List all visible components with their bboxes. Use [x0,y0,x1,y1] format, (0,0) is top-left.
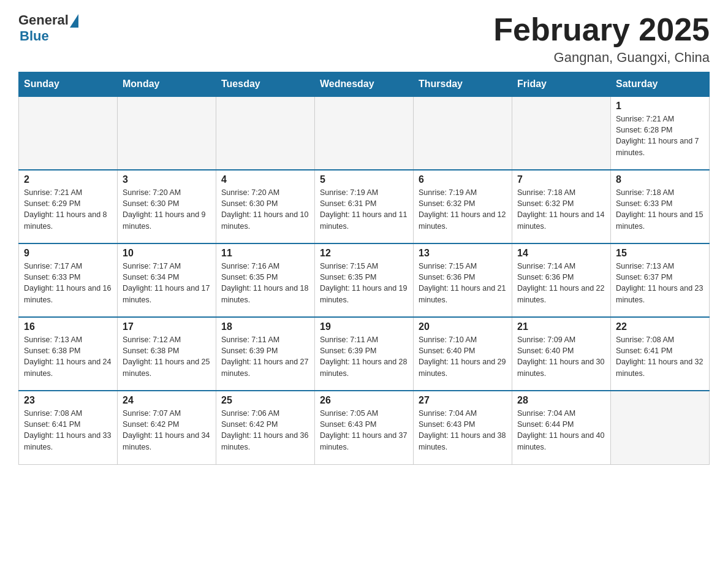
day-info: Sunrise: 7:12 AMSunset: 6:38 PMDaylight:… [123,334,211,379]
day-info: Sunrise: 7:11 AMSunset: 6:39 PMDaylight:… [221,334,309,379]
calendar-cell: 28Sunrise: 7:04 AMSunset: 6:44 PMDayligh… [512,391,611,464]
day-info: Sunrise: 7:06 AMSunset: 6:42 PMDaylight:… [221,408,309,453]
day-info: Sunrise: 7:13 AMSunset: 6:37 PMDaylight:… [616,261,704,305]
day-info: Sunrise: 7:15 AMSunset: 6:36 PMDaylight:… [419,261,507,305]
logo-general-text: General [18,12,69,28]
day-number: 16 [24,321,112,332]
day-number: 7 [517,174,605,185]
weekday-header-friday: Friday [512,72,611,97]
day-info: Sunrise: 7:13 AMSunset: 6:38 PMDaylight:… [24,334,112,379]
weekday-header-wednesday: Wednesday [315,72,414,97]
day-number: 13 [419,248,507,259]
calendar-cell: 21Sunrise: 7:09 AMSunset: 6:40 PMDayligh… [512,317,611,391]
day-number: 11 [221,248,309,259]
day-info: Sunrise: 7:04 AMSunset: 6:43 PMDaylight:… [419,408,507,453]
day-number: 24 [123,395,211,406]
calendar-cell: 20Sunrise: 7:10 AMSunset: 6:40 PMDayligh… [414,317,512,391]
logo: General Blue [18,12,78,44]
day-info: Sunrise: 7:04 AMSunset: 6:44 PMDaylight:… [517,408,605,453]
location-title: Gangnan, Guangxi, China [493,50,710,66]
calendar-week-2: 2Sunrise: 7:21 AMSunset: 6:29 PMDaylight… [19,170,710,243]
day-info: Sunrise: 7:05 AMSunset: 6:43 PMDaylight:… [320,408,408,453]
calendar-cell: 2Sunrise: 7:21 AMSunset: 6:29 PMDaylight… [19,170,118,243]
day-info: Sunrise: 7:20 AMSunset: 6:30 PMDaylight:… [123,187,211,232]
day-info: Sunrise: 7:21 AMSunset: 6:29 PMDaylight:… [24,187,112,232]
calendar-cell: 3Sunrise: 7:20 AMSunset: 6:30 PMDaylight… [118,170,216,243]
day-info: Sunrise: 7:16 AMSunset: 6:35 PMDaylight:… [221,261,309,305]
day-number: 5 [320,174,408,185]
day-info: Sunrise: 7:11 AMSunset: 6:39 PMDaylight:… [320,334,408,379]
calendar-cell: 26Sunrise: 7:05 AMSunset: 6:43 PMDayligh… [315,391,414,464]
calendar-week-5: 23Sunrise: 7:08 AMSunset: 6:41 PMDayligh… [19,391,710,464]
month-title: February 2025 [493,12,710,47]
day-number: 9 [24,248,112,259]
calendar-week-1: 1Sunrise: 7:21 AMSunset: 6:28 PMDaylight… [19,96,710,170]
calendar-header-row: SundayMondayTuesdayWednesdayThursdayFrid… [19,72,710,97]
day-number: 1 [616,101,704,112]
calendar-week-3: 9Sunrise: 7:17 AMSunset: 6:33 PMDaylight… [19,243,710,317]
day-number: 22 [616,321,704,332]
calendar-cell: 14Sunrise: 7:14 AMSunset: 6:36 PMDayligh… [512,243,611,317]
day-info: Sunrise: 7:20 AMSunset: 6:30 PMDaylight:… [221,187,309,232]
day-number: 6 [419,174,507,185]
day-info: Sunrise: 7:08 AMSunset: 6:41 PMDaylight:… [616,334,704,379]
calendar-cell: 19Sunrise: 7:11 AMSunset: 6:39 PMDayligh… [315,317,414,391]
day-number: 8 [616,174,704,185]
day-number: 21 [517,321,605,332]
calendar-cell: 7Sunrise: 7:18 AMSunset: 6:32 PMDaylight… [512,170,611,243]
calendar-cell [19,96,118,170]
calendar-cell: 9Sunrise: 7:17 AMSunset: 6:33 PMDaylight… [19,243,118,317]
day-number: 15 [616,248,704,259]
day-info: Sunrise: 7:09 AMSunset: 6:40 PMDaylight:… [517,334,605,379]
calendar-cell: 15Sunrise: 7:13 AMSunset: 6:37 PMDayligh… [611,243,710,317]
day-number: 4 [221,174,309,185]
calendar-cell: 4Sunrise: 7:20 AMSunset: 6:30 PMDaylight… [216,170,315,243]
day-number: 25 [221,395,309,406]
day-info: Sunrise: 7:18 AMSunset: 6:32 PMDaylight:… [517,187,605,232]
calendar-cell: 17Sunrise: 7:12 AMSunset: 6:38 PMDayligh… [118,317,216,391]
calendar-cell [118,96,216,170]
day-info: Sunrise: 7:17 AMSunset: 6:34 PMDaylight:… [123,261,211,305]
calendar-cell: 27Sunrise: 7:04 AMSunset: 6:43 PMDayligh… [414,391,512,464]
day-number: 10 [123,248,211,259]
calendar-cell: 12Sunrise: 7:15 AMSunset: 6:35 PMDayligh… [315,243,414,317]
calendar-cell: 16Sunrise: 7:13 AMSunset: 6:38 PMDayligh… [19,317,118,391]
day-info: Sunrise: 7:17 AMSunset: 6:33 PMDaylight:… [24,261,112,305]
calendar-cell: 10Sunrise: 7:17 AMSunset: 6:34 PMDayligh… [118,243,216,317]
day-info: Sunrise: 7:19 AMSunset: 6:32 PMDaylight:… [419,187,507,232]
day-number: 3 [123,174,211,185]
day-number: 27 [419,395,507,406]
calendar-cell: 22Sunrise: 7:08 AMSunset: 6:41 PMDayligh… [611,317,710,391]
title-block: February 2025 Gangnan, Guangxi, China [493,12,710,66]
calendar-cell: 24Sunrise: 7:07 AMSunset: 6:42 PMDayligh… [118,391,216,464]
logo-triangle-icon [70,14,78,28]
day-number: 20 [419,321,507,332]
weekday-header-thursday: Thursday [414,72,512,97]
weekday-header-sunday: Sunday [19,72,118,97]
calendar-table: SundayMondayTuesdayWednesdayThursdayFrid… [18,72,710,465]
calendar-cell: 25Sunrise: 7:06 AMSunset: 6:42 PMDayligh… [216,391,315,464]
day-number: 17 [123,321,211,332]
day-number: 12 [320,248,408,259]
day-number: 26 [320,395,408,406]
page-header: General Blue February 2025 Gangnan, Guan… [18,12,710,66]
day-info: Sunrise: 7:10 AMSunset: 6:40 PMDaylight:… [419,334,507,379]
day-number: 28 [517,395,605,406]
calendar-cell: 13Sunrise: 7:15 AMSunset: 6:36 PMDayligh… [414,243,512,317]
calendar-cell: 11Sunrise: 7:16 AMSunset: 6:35 PMDayligh… [216,243,315,317]
day-number: 2 [24,174,112,185]
day-number: 14 [517,248,605,259]
calendar-cell: 6Sunrise: 7:19 AMSunset: 6:32 PMDaylight… [414,170,512,243]
day-info: Sunrise: 7:08 AMSunset: 6:41 PMDaylight:… [24,408,112,453]
calendar-cell [315,96,414,170]
calendar-cell: 5Sunrise: 7:19 AMSunset: 6:31 PMDaylight… [315,170,414,243]
calendar-cell [611,391,710,464]
calendar-cell: 1Sunrise: 7:21 AMSunset: 6:28 PMDaylight… [611,96,710,170]
day-info: Sunrise: 7:15 AMSunset: 6:35 PMDaylight:… [320,261,408,305]
day-info: Sunrise: 7:19 AMSunset: 6:31 PMDaylight:… [320,187,408,232]
calendar-cell [216,96,315,170]
calendar-cell [414,96,512,170]
day-number: 18 [221,321,309,332]
day-info: Sunrise: 7:14 AMSunset: 6:36 PMDaylight:… [517,261,605,305]
day-number: 23 [24,395,112,406]
